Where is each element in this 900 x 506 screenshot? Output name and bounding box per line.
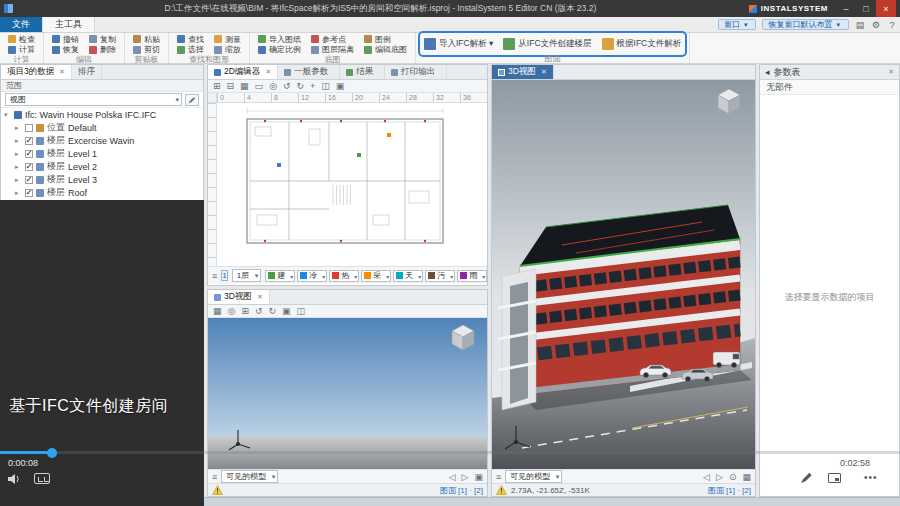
ribbon-button[interactable]: 检查: [5, 34, 38, 45]
system-layer-combo[interactable]: 热: [329, 270, 359, 282]
visibility-checkbox[interactable]: [25, 137, 33, 145]
menu-icon[interactable]: ≡: [212, 271, 217, 281]
tool-icon[interactable]: ⊞: [241, 305, 249, 318]
ribbon-button[interactable]: 恢复: [49, 45, 82, 56]
ribbon-button[interactable]: 选择: [174, 45, 207, 56]
level-combo[interactable]: 1层: [232, 269, 261, 282]
view-combo[interactable]: 视图: [5, 93, 182, 106]
tool-icon[interactable]: ↺: [283, 80, 291, 93]
system-layer-combo[interactable]: 雨: [457, 270, 487, 282]
tool-icon[interactable]: ↻: [297, 80, 305, 93]
ribbon-button[interactable]: 根据IFC文件解析: [599, 34, 685, 53]
visibility-checkbox[interactable]: [25, 124, 33, 132]
system-layer-combo[interactable]: 冷: [297, 270, 327, 282]
system-layer-combo[interactable]: 建: [265, 270, 295, 282]
tab-project-data[interactable]: 项目3的数据 ✕: [1, 65, 72, 79]
tool-icon[interactable]: ⊟: [227, 80, 235, 93]
tab-close-icon[interactable]: ✕: [59, 68, 65, 76]
mini-player-button[interactable]: [828, 473, 841, 483]
sheet-status[interactable]: 图面 [1] · [2]: [440, 485, 483, 496]
video-progress-bar[interactable]: [0, 451, 900, 454]
maximize-button[interactable]: □: [856, 0, 876, 17]
ribbon-button[interactable]: 参考点: [308, 34, 357, 45]
ribbon-button[interactable]: 编辑底图: [361, 45, 410, 56]
visible-models-combo[interactable]: 可见的模型: [505, 470, 562, 483]
visible-models-combo[interactable]: 可见的模型: [221, 470, 278, 483]
viewport-3d-small[interactable]: [208, 318, 487, 469]
more-options-button[interactable]: •••: [864, 472, 878, 483]
tab-close-icon[interactable]: ✕: [257, 293, 263, 301]
view-control-icon[interactable]: ⊙: [729, 472, 737, 482]
tree-row[interactable]: 楼层 Level 1: [1, 147, 203, 160]
expander-icon[interactable]: [15, 150, 22, 158]
tool-icon[interactable]: ▭: [255, 80, 264, 93]
ribbon-button[interactable]: 删除: [86, 45, 119, 56]
edit-view-button[interactable]: [185, 94, 199, 106]
toolbar-icon[interactable]: ⚙: [868, 20, 884, 30]
subtitles-button[interactable]: [34, 473, 50, 484]
expander-icon[interactable]: [4, 111, 11, 119]
tool-icon[interactable]: ⊞: [213, 80, 221, 93]
view-control-icon[interactable]: ◁: [703, 472, 710, 482]
ribbon-button[interactable]: 导入IFC解析 ▾: [421, 34, 496, 53]
tab-3d-view-small[interactable]: 3D视图 ✕: [208, 290, 270, 304]
ribbon-button[interactable]: 粘贴: [130, 34, 163, 45]
tree-row[interactable]: 楼层 Roof: [1, 186, 203, 199]
ribbon-button[interactable]: 图层隔离: [308, 45, 357, 56]
tool-icon[interactable]: ↻: [268, 305, 276, 318]
editor-tab[interactable]: 一般参数: [278, 65, 340, 79]
visibility-checkbox[interactable]: [25, 150, 33, 158]
visibility-checkbox[interactable]: [25, 176, 33, 184]
ribbon-button[interactable]: 测量: [211, 34, 244, 45]
tool-icon[interactable]: ▦: [240, 80, 249, 93]
reset-layout-button[interactable]: 恢复窗口默认布置: [762, 19, 849, 30]
ribbon-button[interactable]: 导入图纸: [255, 34, 304, 45]
menu-icon[interactable]: ≡: [496, 472, 501, 482]
ribbon-button[interactable]: 撤销: [49, 34, 82, 45]
volume-button[interactable]: [7, 473, 22, 485]
tool-icon[interactable]: +: [310, 80, 315, 93]
visibility-checkbox[interactable]: [25, 163, 33, 171]
tab-close-icon[interactable]: ✕: [265, 68, 271, 76]
editor-tab[interactable]: 2D编辑器 ✕: [208, 65, 278, 79]
window-menu-button[interactable]: 窗口: [718, 19, 757, 30]
sheet-status[interactable]: 图面 [1] · [2]: [708, 485, 751, 496]
ribbon-button[interactable]: 缩放: [211, 45, 244, 56]
toolbar-icon[interactable]: ▤: [852, 20, 868, 30]
progress-knob[interactable]: [47, 448, 57, 458]
tool-icon[interactable]: ↺: [255, 305, 263, 318]
ribbon-button[interactable]: 查找: [174, 34, 207, 45]
close-button[interactable]: ×: [876, 0, 896, 17]
view-control-icon[interactable]: ◁: [449, 472, 456, 482]
visibility-checkbox[interactable]: [25, 189, 33, 197]
minimize-button[interactable]: –: [836, 0, 856, 17]
system-layer-combo[interactable]: 污: [425, 270, 455, 282]
tree-root-row[interactable]: Ifc: Wavin House Polska IFC.IFC: [1, 108, 203, 121]
toolbar-icon[interactable]: ?: [884, 20, 900, 30]
tool-icon[interactable]: ◎: [228, 305, 236, 318]
tree-row[interactable]: 楼层 Excercise Wavin: [1, 134, 203, 147]
ribbon-button[interactable]: 从IFC文件创建楼层: [500, 34, 594, 53]
expander-icon[interactable]: [15, 163, 22, 171]
system-layer-combo[interactable]: 天: [393, 270, 423, 282]
viewport-3d-main[interactable]: [492, 80, 755, 469]
edit-button[interactable]: [800, 471, 813, 484]
view-control-icon[interactable]: ▣: [474, 472, 483, 482]
collapse-panel-icon[interactable]: ◂: [765, 67, 770, 77]
expander-icon[interactable]: [15, 176, 22, 184]
tool-icon[interactable]: ▦: [213, 305, 222, 318]
ribbon-button[interactable]: 确定比例: [255, 45, 304, 56]
expander-icon[interactable]: [15, 137, 22, 145]
tab-3d-view-main[interactable]: 3D视图 ✕: [492, 65, 554, 79]
tree-row[interactable]: 楼层 Level 2: [1, 160, 203, 173]
editor-tab[interactable]: 结果: [340, 65, 385, 79]
menu-icon[interactable]: ≡: [212, 472, 217, 482]
view-control-icon[interactable]: ▦: [742, 472, 751, 482]
panel-close-icon[interactable]: ✕: [888, 68, 894, 76]
ribbon-button[interactable]: 复制: [86, 34, 119, 45]
ribbon-button[interactable]: 剪切: [130, 45, 163, 56]
ribbon-button[interactable]: 图例: [361, 34, 410, 45]
editor-tab[interactable]: 打印输出: [385, 65, 447, 79]
view-control-icon[interactable]: ▷: [716, 472, 723, 482]
tree-row[interactable]: 位置 Default: [1, 121, 203, 134]
